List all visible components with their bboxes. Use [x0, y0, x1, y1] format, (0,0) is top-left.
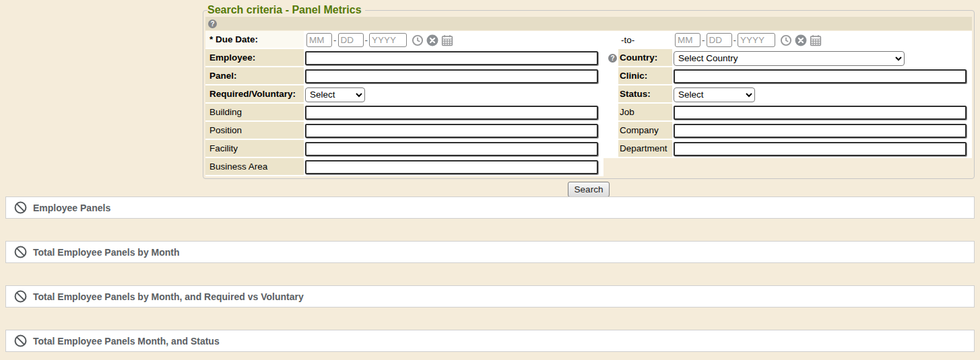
due-date-to-month-input[interactable] [675, 33, 700, 47]
due-date-from-group: - - [304, 31, 603, 49]
business-area-input[interactable] [305, 160, 598, 174]
clock-icon[interactable] [412, 34, 424, 46]
job-label: Job [618, 104, 672, 122]
country-select[interactable]: Select Country [674, 51, 905, 66]
section-total-panels-by-month[interactable]: Total Employee Panels by Month [5, 241, 975, 263]
calendar-icon[interactable] [441, 34, 453, 46]
facility-label: Facility [205, 140, 304, 158]
page-title: Search criteria - Panel Metrics [207, 4, 365, 16]
section-title: Total Employee Panels by Month, and Requ… [33, 291, 304, 302]
collapsed-section-icon [14, 290, 27, 303]
due-date-from-month-input[interactable] [306, 33, 332, 47]
facility-input[interactable] [305, 142, 598, 156]
calendar-icon[interactable] [810, 34, 822, 46]
search-button[interactable]: Search [568, 182, 610, 197]
company-input[interactable] [674, 124, 967, 138]
section-total-panels-month-status[interactable]: Total Employee Panels Month, and Status [5, 330, 975, 352]
panel-label: Panel: [205, 67, 304, 85]
country-label: Country: [618, 49, 672, 67]
department-input[interactable] [674, 142, 967, 156]
due-date-to-day-input[interactable] [707, 33, 732, 47]
required-voluntary-label: Required/Voluntary: [205, 85, 304, 104]
status-select[interactable]: Select [674, 87, 755, 102]
section-total-panels-required-vs-voluntary[interactable]: Total Employee Panels by Month, and Requ… [5, 285, 975, 308]
collapsed-section-icon [14, 201, 27, 214]
building-input[interactable] [305, 106, 598, 120]
clinic-label: Clinic: [618, 67, 672, 85]
panel-input[interactable] [305, 69, 598, 83]
status-label: Status: [618, 85, 672, 104]
due-date-label: * Due Date: [205, 31, 304, 49]
building-label: Building [205, 104, 304, 122]
position-input[interactable] [305, 124, 598, 138]
department-label: Department [618, 140, 672, 158]
employee-label: Employee: [205, 49, 304, 67]
required-voluntary-select[interactable]: Select [305, 87, 365, 102]
help-bar: ? [205, 17, 972, 30]
help-icon[interactable]: ? [208, 20, 217, 28]
collapsed-section-icon [14, 246, 27, 258]
company-label: Company [618, 122, 672, 140]
section-employee-panels[interactable]: Employee Panels [5, 196, 975, 219]
section-title: Total Employee Panels by Month [33, 247, 180, 258]
job-input[interactable] [674, 106, 967, 120]
date-separator: - [333, 35, 337, 45]
search-criteria-fieldset: Search criteria - Panel Metrics ? * Due … [203, 4, 975, 179]
collapsed-section-icon [14, 334, 27, 347]
section-title: Total Employee Panels Month, and Status [33, 336, 220, 347]
business-area-label: Business Area [205, 158, 304, 176]
employee-help-icon[interactable]: ? [608, 54, 617, 63]
search-form: * Due Date: - - -to- - - [205, 31, 972, 176]
date-separator: - [365, 35, 368, 45]
clinic-input[interactable] [674, 69, 967, 83]
spacer-cell [603, 31, 618, 49]
due-date-from-year-input[interactable] [369, 33, 407, 47]
date-separator: - [702, 35, 705, 45]
clear-date-icon[interactable] [795, 34, 807, 46]
due-date-from-day-input[interactable] [338, 33, 364, 47]
position-label: Position [205, 122, 304, 140]
to-label: -to- [618, 31, 672, 49]
clock-icon[interactable] [780, 34, 792, 46]
employee-input[interactable] [305, 51, 598, 65]
clear-date-icon[interactable] [426, 34, 438, 46]
due-date-to-group: - - [672, 31, 972, 49]
section-title: Employee Panels [33, 203, 110, 213]
date-separator: - [733, 35, 737, 45]
due-date-to-year-input[interactable] [738, 33, 775, 47]
